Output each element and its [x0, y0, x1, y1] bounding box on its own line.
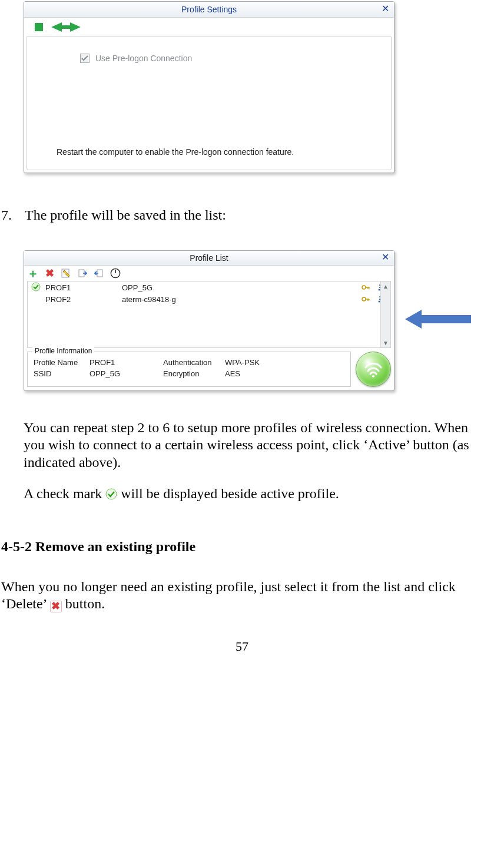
svg-point-4 [32, 283, 40, 291]
stop-icon[interactable] [35, 23, 43, 31]
delete-icon: ✖ [50, 601, 62, 612]
list-item[interactable]: PROF1 OPP_5G [28, 281, 390, 293]
close-icon[interactable]: ✕ [382, 251, 389, 263]
export-icon[interactable] [94, 268, 104, 279]
add-icon[interactable]: ＋ [28, 268, 38, 279]
value-encryption: AES [225, 369, 344, 378]
profile-settings-title: Profile Settings [181, 5, 237, 14]
profile-settings-window: Profile Settings ✕ Use Pre-logon Connect… [24, 1, 395, 173]
delete-icon[interactable]: ✖ [44, 268, 55, 279]
svg-point-7 [362, 297, 366, 301]
step-7: 7. The profile will be saved in the list… [0, 207, 484, 223]
scroll-up-icon[interactable]: ▲ [381, 281, 390, 291]
step-number: 7. [0, 207, 25, 223]
close-icon[interactable]: ✕ [382, 3, 389, 14]
prelogon-label: Use Pre-logon Connection [95, 54, 192, 63]
body-paragraph-1: You can repeat step 2 to 6 to setup more… [24, 419, 479, 471]
edit-icon[interactable] [61, 268, 71, 279]
svg-point-5 [362, 286, 366, 289]
prelogon-checkbox[interactable] [80, 54, 89, 63]
profile-ssid: OPP_5G [122, 283, 357, 292]
forward-icon[interactable] [70, 22, 81, 32]
label-encryption: Encryption [163, 369, 225, 378]
profile-ssid: aterm-c98418-g [122, 295, 357, 304]
label-authentication: Authentication [163, 358, 225, 367]
svg-point-9 [372, 375, 374, 377]
key-icon [357, 295, 374, 303]
profile-settings-body: Use Pre-logon Connection Restart the com… [26, 37, 392, 170]
scrollbar[interactable]: ▲ ▼ [380, 281, 390, 347]
active-button[interactable] [356, 352, 391, 387]
callout-arrow-icon [405, 307, 471, 334]
profile-list[interactable]: PROF1 OPP_5G PROF2 aterm-c98418-g [27, 281, 391, 348]
profile-information-panel: Profile Information Profile Name PROF1 A… [27, 352, 351, 387]
profile-list-title: Profile List [190, 253, 228, 263]
scroll-down-icon[interactable]: ▼ [381, 338, 390, 347]
key-icon [357, 283, 374, 291]
section-heading: 4-5-2 Remove an existing profile [1, 539, 484, 555]
profile-list-toolbar: ＋ ✖ [24, 266, 394, 281]
label-profile-name: Profile Name [34, 358, 89, 367]
value-ssid: OPP_5G [89, 369, 163, 378]
profile-name: PROF1 [45, 283, 122, 292]
body-paragraph-2: A check mark will be displayed beside ac… [24, 485, 479, 502]
profile-list-window: Profile List ✕ ＋ ✖ [24, 250, 395, 391]
import-icon[interactable] [77, 268, 88, 279]
page-number: 57 [0, 639, 484, 654]
back-icon[interactable] [51, 22, 62, 32]
active-check-icon [31, 282, 41, 293]
list-item[interactable]: PROF2 aterm-c98418-g [28, 293, 390, 305]
step-text: The profile will be saved in the list: [25, 207, 484, 223]
profile-settings-titlebar: Profile Settings ✕ [24, 2, 394, 18]
checkmark-icon [105, 486, 121, 501]
restart-message: Restart the computer to enable the Pre-l… [57, 147, 294, 157]
profile-settings-toolbar [24, 18, 394, 37]
svg-point-11 [106, 489, 117, 499]
section-paragraph: When you no longer need an existing prof… [1, 578, 479, 613]
label-ssid: SSID [34, 369, 89, 378]
activate-icon[interactable] [110, 268, 121, 279]
profile-info-legend: Profile Information [32, 347, 94, 355]
value-profile-name: PROF1 [89, 358, 163, 367]
profile-list-titlebar: Profile List ✕ [24, 251, 394, 266]
svg-marker-10 [405, 310, 471, 329]
value-authentication: WPA-PSK [225, 358, 344, 367]
profile-name: PROF2 [45, 295, 122, 304]
